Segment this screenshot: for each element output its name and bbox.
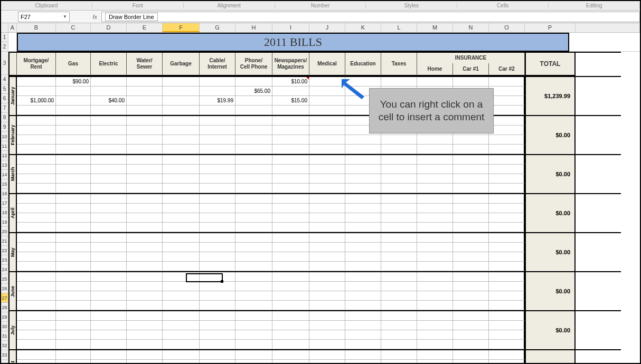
- cell[interactable]: [453, 174, 489, 184]
- cell[interactable]: [417, 145, 453, 154]
- cell[interactable]: [91, 135, 127, 145]
- cell[interactable]: [489, 301, 525, 310]
- cell[interactable]: [417, 233, 453, 243]
- cell[interactable]: [91, 155, 127, 165]
- cell[interactable]: [272, 194, 309, 204]
- row-header-9[interactable]: 9: [1, 122, 8, 132]
- row-header-32[interactable]: 32: [1, 341, 8, 350]
- row-header-13[interactable]: 13: [1, 160, 8, 170]
- cell[interactable]: [345, 311, 381, 321]
- cell[interactable]: [17, 135, 56, 145]
- cell[interactable]: [417, 340, 453, 349]
- cell[interactable]: [309, 184, 345, 193]
- cell[interactable]: [381, 311, 417, 321]
- row-header-30[interactable]: 30: [1, 322, 8, 331]
- cell[interactable]: [163, 87, 200, 96]
- cell[interactable]: [417, 291, 453, 301]
- cell[interactable]: [91, 291, 127, 301]
- cell[interactable]: [200, 77, 235, 87]
- cell[interactable]: [272, 223, 309, 232]
- cell[interactable]: [56, 243, 91, 252]
- cell[interactable]: [309, 340, 345, 349]
- cell[interactable]: [200, 126, 235, 135]
- cell[interactable]: [309, 360, 345, 364]
- cell[interactable]: [453, 262, 489, 271]
- cell[interactable]: [127, 321, 163, 330]
- cell[interactable]: [200, 106, 235, 115]
- cell[interactable]: [489, 174, 525, 184]
- cell[interactable]: [235, 155, 272, 165]
- cell[interactable]: [17, 87, 56, 96]
- cell[interactable]: [91, 301, 127, 310]
- row-header-19[interactable]: 19: [1, 217, 8, 227]
- cell[interactable]: [381, 135, 417, 145]
- cell[interactable]: [127, 145, 163, 154]
- cell[interactable]: [200, 174, 235, 184]
- cell[interactable]: [417, 321, 453, 330]
- row-header-31[interactable]: 31: [1, 331, 8, 341]
- cell[interactable]: [200, 282, 235, 291]
- row-header-12[interactable]: 12: [1, 151, 8, 160]
- cell[interactable]: [127, 155, 163, 165]
- cell[interactable]: [453, 291, 489, 301]
- cell[interactable]: [163, 126, 200, 135]
- cell[interactable]: [345, 282, 381, 291]
- cell[interactable]: [163, 243, 200, 252]
- cell[interactable]: [200, 262, 235, 271]
- cell[interactable]: [489, 135, 525, 145]
- cell[interactable]: [235, 135, 272, 145]
- cell[interactable]: [127, 213, 163, 223]
- cell[interactable]: [309, 174, 345, 184]
- cell[interactable]: [417, 135, 453, 145]
- cell[interactable]: [453, 243, 489, 252]
- cell[interactable]: [17, 165, 56, 174]
- cell[interactable]: [453, 135, 489, 145]
- cell[interactable]: [417, 262, 453, 271]
- cell[interactable]: [309, 282, 345, 291]
- column-header-K[interactable]: K: [345, 23, 381, 32]
- cell[interactable]: [17, 77, 56, 87]
- cell[interactable]: [345, 272, 381, 282]
- column-header-P[interactable]: P: [525, 23, 576, 32]
- cell[interactable]: [17, 243, 56, 252]
- cell[interactable]: [17, 340, 56, 349]
- cell[interactable]: [272, 184, 309, 193]
- cell[interactable]: [345, 233, 381, 243]
- cell[interactable]: [453, 184, 489, 193]
- cell[interactable]: [417, 301, 453, 310]
- cell[interactable]: [127, 340, 163, 349]
- cell[interactable]: [163, 223, 200, 232]
- cell[interactable]: [309, 126, 345, 135]
- cell[interactable]: [309, 262, 345, 271]
- row-header-21[interactable]: 21: [1, 236, 8, 246]
- cell[interactable]: [381, 243, 417, 252]
- cell[interactable]: [417, 213, 453, 223]
- cell[interactable]: [309, 272, 345, 282]
- cell[interactable]: [200, 223, 235, 232]
- cell[interactable]: [489, 262, 525, 271]
- row-header-11[interactable]: 11: [1, 141, 8, 151]
- formula-input[interactable]: Draw Border Line: [101, 12, 640, 22]
- cell[interactable]: [200, 233, 235, 243]
- cell[interactable]: [127, 272, 163, 282]
- cell[interactable]: [345, 135, 381, 145]
- cell[interactable]: [17, 194, 56, 204]
- cell[interactable]: [127, 301, 163, 310]
- cell[interactable]: [56, 291, 91, 301]
- cell[interactable]: [56, 311, 91, 321]
- cell[interactable]: [91, 77, 127, 87]
- cell[interactable]: [381, 204, 417, 213]
- cell[interactable]: [127, 126, 163, 135]
- cell[interactable]: [381, 194, 417, 204]
- cell[interactable]: [272, 135, 309, 145]
- cell[interactable]: [56, 321, 91, 330]
- cell[interactable]: [163, 116, 200, 126]
- cell[interactable]: [235, 204, 272, 213]
- cell[interactable]: [309, 350, 345, 360]
- cell[interactable]: [453, 311, 489, 321]
- cell[interactable]: [345, 204, 381, 213]
- cell[interactable]: $10.00: [272, 77, 309, 87]
- cell[interactable]: [17, 311, 56, 321]
- cell[interactable]: [489, 223, 525, 232]
- row-header-22[interactable]: 22: [1, 246, 8, 255]
